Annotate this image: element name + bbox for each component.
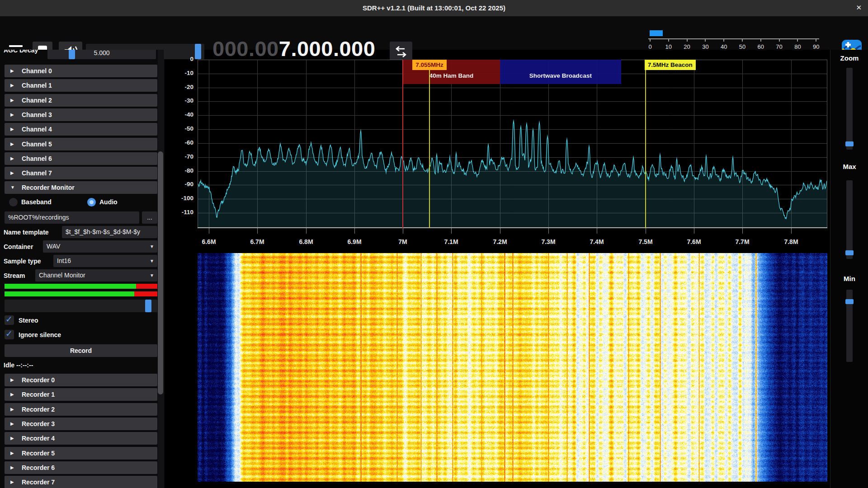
freq-axis-tick — [742, 228, 743, 234]
freq-axis-label: 6.9M — [339, 238, 370, 245]
freq-axis-tick — [694, 228, 694, 234]
frequency-active-digits[interactable]: 7.000.000 — [279, 37, 376, 61]
chevron-right-icon: ▶ — [10, 374, 14, 386]
chevron-right-icon: ▶ — [10, 65, 14, 77]
ignore-silence-checkbox[interactable]: ✓ — [5, 330, 14, 339]
waterfall-display[interactable] — [198, 253, 827, 482]
chevron-right-icon: ▶ — [10, 108, 14, 121]
stereo-checkbox-label[interactable]: Stereo — [19, 317, 38, 324]
sidebar-item-recorder-3[interactable]: ▶Recorder 3 — [5, 418, 157, 430]
frequency-dim-digits[interactable]: 000.00 — [212, 37, 279, 61]
name-template-label: Name template — [4, 229, 49, 236]
agc-decay-label: AGC Decay — [4, 50, 38, 54]
sidebar-item-recorder-6[interactable]: ▶Recorder 6 — [5, 461, 157, 474]
channel-label: Channel 6 — [22, 152, 52, 165]
check-icon: ✓ — [5, 328, 13, 339]
freq-axis-label: 7.4M — [581, 238, 613, 245]
fft-db-label: -70 — [164, 153, 193, 160]
sidebar-item-recorder-1[interactable]: ▶Recorder 1 — [5, 388, 157, 401]
freq-axis-tick — [646, 228, 646, 234]
module-sidebar: AGC Decay 5.000 ▶Channel 0▶Channel 1▶Cha… — [0, 50, 164, 488]
recording-path-input[interactable]: %ROOT%/recordings — [5, 211, 139, 224]
sidebar-item-channel-6[interactable]: ▶Channel 6 — [5, 152, 157, 165]
freq-axis-label: 7.6M — [678, 238, 710, 245]
audio-level-meter-right — [5, 291, 157, 296]
band-shortwave-broadcast: Shortwave Broadcast — [500, 60, 621, 84]
marker-tag: 7.5MHz Beacon — [645, 60, 696, 70]
max-slider-handle[interactable] — [845, 250, 854, 255]
monitor-volume-handle[interactable] — [145, 300, 151, 312]
container-select[interactable]: WAV ▼ — [43, 240, 157, 253]
sidebar-item-channel-0[interactable]: ▶Channel 0 — [5, 65, 157, 77]
freq-axis-tick — [548, 228, 549, 234]
snr-scale-label: 20 — [678, 43, 696, 50]
sidebar-item-recorder-4[interactable]: ▶Recorder 4 — [5, 432, 157, 445]
container-label: Container — [4, 243, 33, 250]
sidebar-item-recorder-0[interactable]: ▶Recorder 0 — [5, 374, 157, 386]
monitor-volume-slider[interactable] — [5, 300, 157, 312]
fft-db-label: -10 — [164, 70, 193, 76]
sample-type-select[interactable]: Int16 ▼ — [53, 255, 157, 267]
zoom-slider[interactable] — [846, 68, 853, 150]
chevron-right-icon: ▶ — [10, 152, 14, 165]
fft-db-label: -100 — [164, 195, 193, 202]
sidebar-item-channel-2[interactable]: ▶Channel 2 — [5, 94, 157, 107]
snr-tick-mark — [797, 38, 798, 42]
chevron-down-icon: ▼ — [150, 269, 154, 282]
snr-tick-mark — [705, 38, 706, 42]
browse-path-button[interactable]: ... — [142, 211, 157, 224]
channel-label: Channel 5 — [22, 138, 52, 150]
sidebar-item-recorder-7[interactable]: ▶Recorder 7 — [5, 476, 157, 488]
recorder-label: Recorder 4 — [22, 432, 55, 445]
record-button[interactable]: Record — [5, 344, 157, 357]
band-label: 40m Ham Band — [403, 72, 500, 79]
sidebar-item-channel-4[interactable]: ▶Channel 4 — [5, 123, 157, 136]
baseband-radio[interactable] — [9, 198, 18, 206]
channel-label: Channel 7 — [22, 167, 52, 179]
sidebar-item-channel-5[interactable]: ▶Channel 5 — [5, 138, 157, 150]
sidebar-item-channel-3[interactable]: ▶Channel 3 — [5, 108, 157, 121]
sidebar-item-recorder-2[interactable]: ▶Recorder 2 — [5, 403, 157, 416]
snr-scale-label: 80 — [788, 43, 807, 50]
chevron-right-icon: ▶ — [10, 461, 14, 474]
freq-axis-label: 6.7M — [241, 238, 273, 245]
stereo-checkbox[interactable]: ✓ — [5, 315, 14, 325]
channel-label: Channel 4 — [22, 123, 52, 136]
window-title: SDR++ v1.2.1 (Built at 13:00:01, Oct 22 … — [0, 0, 868, 16]
max-slider[interactable] — [846, 180, 853, 259]
freq-axis-tick — [354, 228, 355, 234]
name-template-input[interactable]: $t_$f_$h-$m-$s_$d-$M-$y — [62, 226, 157, 238]
swap-vfo-button[interactable] — [390, 42, 412, 61]
freq-axis-tick — [500, 228, 500, 234]
fft-db-label: -50 — [164, 125, 193, 132]
stream-select[interactable]: Channel Monitor ▼ — [35, 269, 157, 282]
volume-slider-handle[interactable] — [195, 44, 201, 59]
agc-decay-slider[interactable]: 5.000 — [47, 50, 156, 59]
fft-spectrum-plot[interactable] — [198, 60, 827, 228]
baseband-radio-label[interactable]: Baseband — [21, 198, 52, 206]
snr-tick-mark — [650, 38, 651, 42]
zoom-slider-handle[interactable] — [845, 141, 854, 146]
chevron-right-icon: ▶ — [10, 138, 14, 150]
sidebar-item-channel-7[interactable]: ▶Channel 7 — [5, 167, 157, 179]
min-slider-handle[interactable] — [845, 299, 854, 304]
close-icon[interactable]: ✕ — [856, 4, 862, 12]
audio-radio-label[interactable]: Audio — [99, 198, 118, 206]
channel-label: Channel 0 — [22, 65, 52, 77]
recorder-monitor-header[interactable]: ▼ Recorder Monitor — [5, 181, 157, 194]
audio-radio[interactable] — [87, 198, 96, 206]
sidebar-item-channel-1[interactable]: ▶Channel 1 — [5, 79, 157, 92]
recorder-label: Recorder 5 — [22, 447, 55, 460]
chevron-right-icon: ▶ — [10, 123, 14, 136]
ignore-silence-checkbox-label[interactable]: Ignore silence — [19, 331, 61, 338]
sidebar-item-recorder-5[interactable]: ▶Recorder 5 — [5, 447, 157, 460]
chevron-right-icon: ▶ — [10, 167, 14, 179]
snr-tick-mark — [760, 38, 761, 42]
freq-axis-tick — [209, 228, 209, 234]
fft-db-label: -30 — [164, 97, 193, 104]
freq-axis-label: 7.1M — [435, 238, 467, 245]
chevron-right-icon: ▶ — [10, 403, 14, 416]
frequency-display[interactable]: 000.007.000.000 — [212, 36, 375, 61]
sidebar-scrollbar-thumb[interactable] — [158, 151, 163, 394]
vfo-center-line — [402, 60, 403, 228]
